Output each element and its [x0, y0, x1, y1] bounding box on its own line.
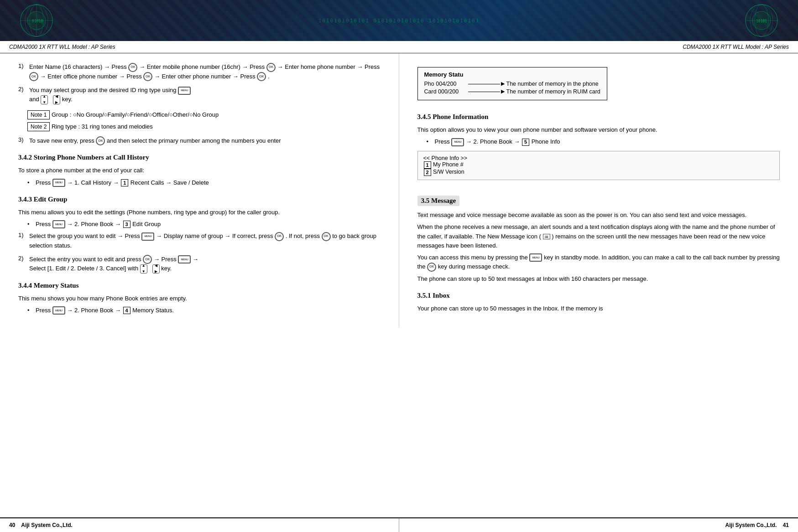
item-num-3: 3): [18, 136, 26, 146]
section-343-intro: This menu allows you to edit the setting…: [18, 208, 381, 217]
memory-status-bullet: • Press MENU → 2. Phone Book → 4 Memory …: [27, 306, 381, 315]
note-2: Note 2 Ring type : 31 ring tones and mel…: [27, 121, 381, 133]
header-title-left: CDMA2000 1X RTT WLL Model : AP Series: [0, 41, 399, 53]
content-wrapper: 1) Enter Name (16 characters) → Press OK…: [0, 53, 798, 327]
svg-point-1: [30, 5, 43, 36]
updown-icon-eg1: ▲▼: [140, 264, 147, 274]
footer-page-num-right: 41: [783, 522, 789, 528]
section-35-para-4: The phone can store up to 50 text messag…: [417, 274, 780, 284]
num-badge-3: 3: [123, 221, 130, 228]
page-container: 01010 1010101010101 0101010101010 101010…: [0, 0, 798, 532]
section-35-para-2: When the phone receives a new message, a…: [417, 222, 780, 250]
header-rule: CDMA2000 1X RTT WLL Model : AP Series CD…: [0, 41, 798, 53]
svg-point-5: [27, 11, 46, 30]
ok-icon-1: OK: [128, 63, 137, 72]
bullet-dot-2: •: [27, 220, 32, 229]
item-num-2: 2): [18, 86, 26, 104]
message-icon: ✉: [543, 234, 550, 239]
section-342-intro: To store a phone number at the end of yo…: [18, 166, 381, 175]
section-35-para-3: You can access this menu by pressing the…: [417, 253, 780, 272]
svg-point-9: [750, 5, 773, 36]
num-badge-pi2: 2: [424, 169, 431, 176]
bullet-dot-pi: •: [427, 137, 431, 146]
svg-point-0: [21, 5, 52, 36]
memory-desc-2: The number of memory in RUIM card: [506, 88, 600, 95]
horiz-arrow-1: [468, 84, 500, 84]
memory-label-1: Pho 004/200: [424, 81, 465, 87]
section-35-container: 3.5 Message: [417, 187, 780, 211]
ok-icon-eg2: OK: [322, 232, 331, 241]
svg-point-11: [752, 11, 771, 30]
section-344-heading: 3.4.4 Memory Status: [18, 282, 381, 289]
memory-desc-1: The number of memory in the phone: [506, 81, 599, 87]
memory-status-text: Press MENU → 2. Phone Book → 4 Memory St…: [36, 306, 174, 315]
note-1: Note 1 Group : ○No Group/○Family/○Friend…: [27, 109, 381, 121]
svg-text:10101: 10101: [756, 19, 767, 23]
num-badge-1: 1: [121, 179, 128, 186]
numbered-item-2: 2) You may select group and the desired …: [18, 86, 381, 104]
header-title-right: CDMA2000 1X RTT WLL Model : AP Series: [399, 41, 798, 53]
menu-icon-ch: MENU: [52, 179, 65, 187]
section-351-heading: 3.5.1 Inbox: [417, 292, 780, 300]
edit-step-content-1: Select the group you want to edit → Pres…: [29, 232, 381, 250]
updown-icon-1: ▲▼: [41, 95, 48, 104]
footer-company-left: Aiji System Co.,Ltd.: [21, 522, 73, 528]
edit-group-bullet: • Press MENU → 2. Phone Book → 3 Edit Gr…: [27, 220, 381, 229]
section-35-para-1: Text message and voice message become av…: [417, 211, 780, 220]
memory-row-2: Card 000/200 The number of memory in RUI…: [424, 88, 600, 95]
ok-icon-eg1: OK: [275, 232, 284, 241]
phone-info-bullet: • Press MENU → 2. Phone Book → 5 Phone I…: [427, 137, 780, 146]
numbered-item-3: 3) To save new entry, press OK and then …: [18, 136, 381, 146]
bullet-dot-3: •: [27, 306, 32, 315]
item-content-3: To save new entry, press OK and then sel…: [29, 136, 381, 146]
edit-step-content-2: Select the entry you want to edit and pr…: [29, 255, 381, 274]
edit-group-text: Press MENU → 2. Phone Book → 3 Edit Grou…: [36, 220, 161, 229]
memory-label-2: Card 000/200: [424, 88, 465, 95]
section-345-heading: 3.4.5 Phone Information: [417, 113, 780, 121]
phone-info-item-2: 2 S/W Version: [423, 169, 774, 176]
menu-icon-pi: MENU: [451, 138, 464, 146]
edit-step-1: 1) Select the group you want to edit → P…: [18, 232, 381, 250]
phone-info-text: Press MENU → 2. Phone Book → 5 Phone Inf…: [435, 137, 560, 146]
ok-icon-3: OK: [29, 72, 38, 81]
main-content: 1) Enter Name (16 characters) → Press OK…: [0, 53, 798, 517]
footer: 40 Aiji System Co.,Ltd. Aiji System Co.,…: [0, 517, 798, 532]
section-345-intro: This option allows you to view your own …: [417, 125, 780, 134]
ok-icon-35: OK: [427, 263, 436, 272]
footer-right: Aiji System Co.,Ltd. 41: [399, 518, 798, 532]
footer-page-num-left: 40: [9, 522, 15, 528]
svg-point-7: [746, 5, 777, 36]
phone-info-item-1: 1 My Phone #: [423, 161, 774, 169]
call-history-text: Press MENU → 1. Call History → 1 Recent …: [36, 178, 209, 187]
bullet-dot-1: •: [27, 178, 32, 187]
section-344-intro: This menu shows you how many Phone Book …: [18, 294, 381, 303]
ok-icon-6: OK: [96, 136, 105, 145]
svg-point-2: [25, 5, 48, 36]
binary-text: 1010101010101 0101010101010 101010101010…: [318, 18, 480, 24]
memory-line-1: [468, 84, 504, 84]
banner-globe-left: 01010: [0, 0, 73, 41]
banner-center: 1010101010101 0101010101010 101010101010…: [73, 18, 725, 24]
memory-status-box: Memory Statu Pho 004/200 The number of m…: [417, 67, 607, 100]
item-num-1: 1): [18, 62, 26, 81]
notes-container: Note 1 Group : ○No Group/○Family/○Friend…: [27, 109, 381, 133]
phone-info-box-title: << Phone Info >>: [423, 155, 774, 161]
memory-status-title: Memory Statu: [424, 71, 600, 78]
num-badge-pi1: 1: [424, 161, 431, 169]
footer-company-right: Aiji System Co.,Ltd.: [725, 522, 777, 528]
memory-row-1: Pho 004/200 The number of memory in the …: [424, 81, 600, 87]
section-342-heading: 3.4.2 Storing Phone Numbers at Call Hist…: [18, 154, 381, 161]
section-351-intro: Your phone can store up to 50 messages i…: [417, 304, 780, 313]
phone-info-box: << Phone Info >> 1 My Phone # 2 S/W Vers…: [417, 151, 780, 180]
section-35-heading: 3.5 Message: [417, 196, 460, 206]
edit-step-num-2: 2): [18, 255, 26, 274]
edit-step-num-1: 1): [18, 232, 26, 250]
menu-icon-eg2: MENU: [178, 255, 191, 263]
menu-icon-1: MENU: [178, 87, 191, 95]
num-badge-4: 4: [123, 307, 130, 314]
item-content-1: Enter Name (16 characters) → Press OK → …: [29, 62, 381, 81]
updown-icon-eg2: ◀▶: [152, 264, 160, 274]
numbered-item-1: 1) Enter Name (16 characters) → Press OK…: [18, 62, 381, 81]
note-box-2: Note 2: [27, 122, 50, 131]
note-box-1: Note 1: [27, 110, 50, 119]
